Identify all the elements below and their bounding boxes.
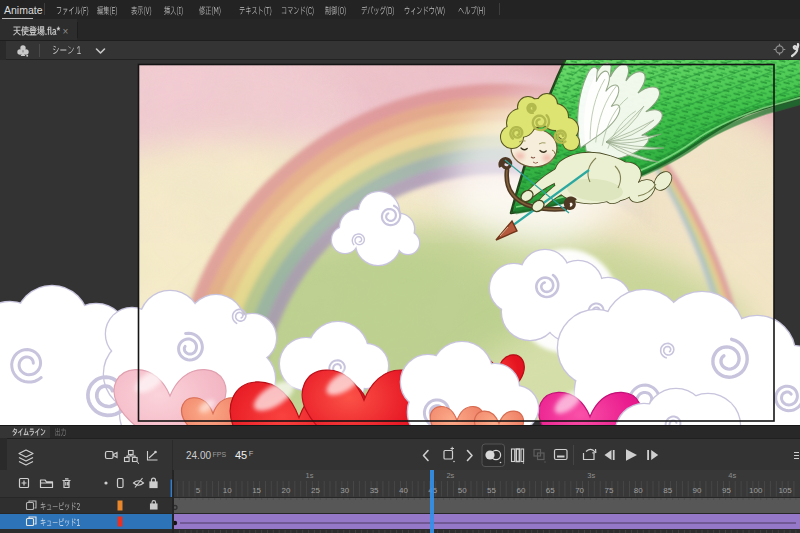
- svg-text:70: 70: [575, 486, 584, 495]
- svg-text:5: 5: [196, 486, 201, 495]
- svg-text:20: 20: [282, 486, 291, 495]
- svg-text:100: 100: [749, 486, 763, 495]
- svg-text:40: 40: [399, 486, 408, 495]
- svg-text:80: 80: [634, 486, 643, 495]
- svg-text:55: 55: [487, 486, 496, 495]
- svg-text:50: 50: [458, 486, 467, 495]
- svg-text:95: 95: [722, 486, 731, 495]
- svg-text:10: 10: [223, 486, 232, 495]
- svg-text:90: 90: [693, 486, 702, 495]
- svg-text:2s: 2s: [446, 471, 454, 480]
- svg-text:1s: 1s: [306, 471, 314, 480]
- svg-text:60: 60: [516, 486, 525, 495]
- svg-text:65: 65: [546, 486, 555, 495]
- svg-text:85: 85: [663, 486, 672, 495]
- svg-text:4s: 4s: [728, 471, 736, 480]
- svg-text:25: 25: [311, 486, 320, 495]
- svg-text:30: 30: [340, 486, 349, 495]
- svg-text:3s: 3s: [587, 471, 595, 480]
- svg-text:105: 105: [778, 486, 792, 495]
- svg-text:35: 35: [370, 486, 379, 495]
- svg-text:75: 75: [605, 486, 614, 495]
- svg-text:15: 15: [252, 486, 261, 495]
